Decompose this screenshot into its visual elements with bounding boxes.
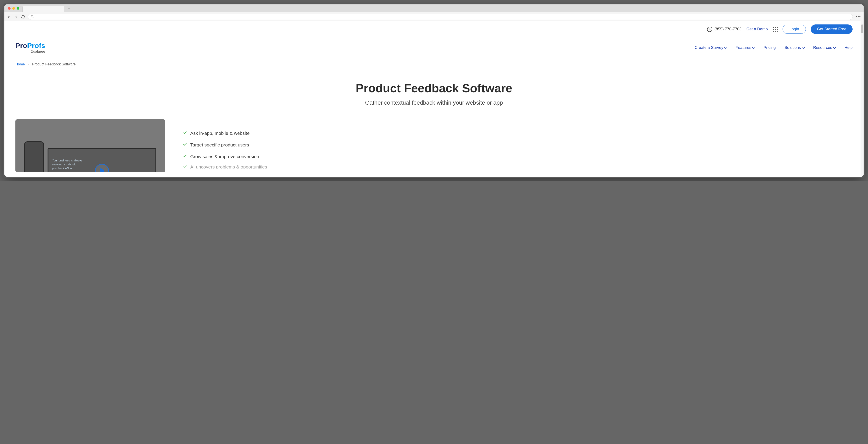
forward-button: [14, 15, 18, 19]
nav-pricing[interactable]: Pricing: [764, 46, 776, 50]
window-controls: [7, 7, 21, 10]
logo-subtitle: Qualaroo: [16, 50, 45, 53]
nav-links: Create a Survey Features Pricing Solutio…: [695, 46, 852, 50]
phone-number: (855) 776-7763: [715, 27, 742, 31]
search-icon: [31, 15, 34, 19]
check-icon: [183, 154, 187, 159]
page-subtitle: Gather contextual feedback within your w…: [16, 99, 852, 106]
minimize-window-icon[interactable]: [12, 7, 15, 10]
laptop-mockup: Your business is always evolving, so sho…: [48, 148, 156, 172]
back-button[interactable]: [7, 15, 11, 19]
nav-solutions[interactable]: Solutions: [784, 46, 804, 50]
get-started-button[interactable]: Get Started Free: [811, 25, 852, 34]
scrollbar-track[interactable]: [861, 21, 864, 177]
maximize-window-icon[interactable]: [17, 7, 20, 10]
chevron-down-icon: [724, 46, 727, 49]
address-bar[interactable]: [28, 14, 853, 20]
page-title: Product Feedback Software: [16, 81, 852, 95]
scrollbar-thumb[interactable]: [861, 25, 863, 33]
check-icon: [183, 142, 187, 148]
browser-menu-icon[interactable]: •••: [856, 15, 861, 19]
logo[interactable]: ProProfs Qualaroo: [16, 42, 45, 53]
breadcrumb-separator: ›: [28, 62, 29, 66]
reload-button[interactable]: [21, 15, 25, 19]
page-content: (855) 776-7763 Get a Demo Login Get Star…: [4, 21, 864, 177]
benefits-list: Ask in-app, mobile & website Target spec…: [183, 119, 267, 169]
main-nav: ProProfs Qualaroo Create a Survey Featur…: [4, 37, 864, 58]
play-button[interactable]: [95, 164, 109, 172]
nav-create-survey[interactable]: Create a Survey: [695, 46, 727, 50]
login-button[interactable]: Login: [782, 25, 806, 34]
apps-grid-icon[interactable]: [773, 27, 778, 32]
phone-contact[interactable]: (855) 776-7763: [707, 27, 742, 32]
svg-point-0: [31, 16, 33, 18]
hero: Product Feedback Software Gather context…: [4, 70, 864, 115]
nav-resources[interactable]: Resources: [813, 46, 836, 50]
logo-text: ProProfs: [16, 42, 45, 49]
video-preview[interactable]: Your business is always evolving, so sho…: [16, 119, 165, 172]
chevron-down-icon: [752, 46, 755, 49]
address-bar-row: •••: [4, 12, 864, 21]
demo-link[interactable]: Get a Demo: [746, 27, 768, 31]
new-tab-button[interactable]: +: [66, 6, 72, 11]
utility-bar: (855) 776-7763 Get a Demo Login Get Star…: [4, 21, 864, 37]
check-icon: [183, 166, 187, 169]
breadcrumb-home[interactable]: Home: [16, 62, 25, 66]
nav-features[interactable]: Features: [736, 46, 755, 50]
breadcrumb: Home › Product Feedback Software: [4, 58, 864, 70]
browser-chrome: + •••: [4, 4, 864, 21]
browser-tab[interactable]: [23, 6, 64, 12]
close-window-icon[interactable]: [8, 7, 10, 10]
benefit-item: Ask in-app, mobile & website: [183, 130, 267, 136]
chevron-down-icon: [802, 46, 805, 49]
phone-icon: [707, 27, 712, 32]
benefit-item: Grow sales & improve conversion: [183, 154, 267, 159]
video-teaser-text: Your business is always evolving, so sho…: [52, 158, 82, 171]
play-icon: [100, 168, 105, 172]
benefit-item: Target specific product users: [183, 142, 267, 148]
chevron-down-icon: [833, 46, 836, 49]
device-mockup: Your business is always evolving, so sho…: [24, 137, 156, 172]
browser-window: + •••: [4, 4, 864, 177]
phone-mockup: [24, 141, 44, 172]
breadcrumb-current: Product Feedback Software: [32, 62, 75, 66]
content-row: Your business is always evolving, so sho…: [4, 115, 864, 177]
benefit-item: AI uncovers problems & opportunities: [183, 166, 267, 169]
check-icon: [183, 130, 187, 136]
tab-bar: +: [4, 4, 864, 12]
nav-help[interactable]: Help: [844, 46, 852, 50]
